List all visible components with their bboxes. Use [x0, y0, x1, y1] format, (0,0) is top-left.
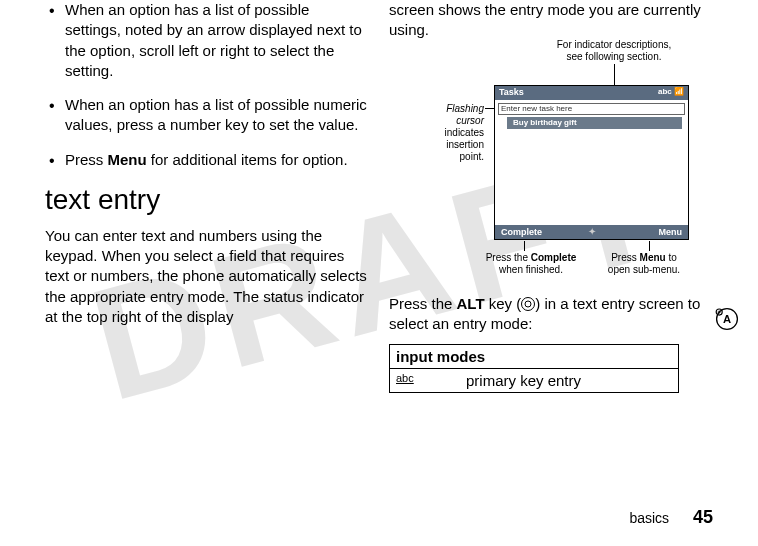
callout-line: indicates [445, 127, 484, 138]
entry-placeholder: Enter new task here [501, 104, 572, 113]
screen-title: Tasks [499, 87, 524, 97]
bullet-text: When an option has a list of possible se… [65, 1, 362, 79]
page-number: 45 [693, 507, 713, 527]
bullet-item: Press Menu for additional items for opti… [45, 150, 369, 170]
callout-line: Flashing [446, 103, 484, 114]
menu-label-bold: Menu [108, 151, 147, 168]
page-footer: basics 45 [629, 507, 713, 528]
callout-line: open sub-menu. [608, 264, 680, 275]
page-content: When an option has a list of possible se… [0, 0, 758, 393]
screen-titlebar: Tasks abc 📶 [495, 86, 688, 100]
callout-line: when finished. [499, 264, 563, 275]
text-segment: key ( [485, 295, 522, 312]
softkey-separator: ✦ [587, 225, 597, 239]
bullet-list: When an option has a list of possible se… [45, 0, 369, 170]
callout-line-connector [524, 241, 525, 251]
body-paragraph: You can enter text and numbers using the… [45, 226, 369, 327]
phone-figure: For indicator descriptions, see followin… [389, 55, 699, 280]
screen-text-entry: Enter new task here [498, 103, 685, 115]
callout-line: Press the [486, 252, 531, 263]
phone-screen: Tasks abc 📶 Enter new task here Buy birt… [494, 85, 689, 240]
softkey-right: Menu [597, 225, 689, 239]
task-label: Buy birthday gift [513, 118, 577, 127]
screen-task-row: Buy birthday gift [507, 117, 682, 129]
bullet-text: for additional items for option. [147, 151, 348, 168]
left-column: When an option has a list of possible se… [45, 0, 369, 393]
screen-softkeys: Complete ✦ Menu [495, 225, 688, 239]
bullet-item: When an option has a list of possible nu… [45, 95, 369, 136]
bullet-item: When an option has a list of possible se… [45, 0, 369, 81]
callout-line: insertion [446, 139, 484, 150]
callout-line: to [666, 252, 677, 263]
text-segment: Press the [389, 295, 457, 312]
bullet-text: When an option has a list of possible nu… [65, 96, 367, 133]
table-cell-mode: abc [396, 372, 466, 389]
input-modes-table: input modes abc primary key entry [389, 344, 679, 393]
table-cell-desc: primary key entry [466, 372, 672, 389]
bullet-text: Press [65, 151, 108, 168]
table-row: abc primary key entry [390, 369, 678, 392]
callout-bold: Menu [640, 252, 666, 263]
callout-indicator: For indicator descriptions, see followin… [519, 39, 709, 63]
body-paragraph-cont: screen shows the entry mode you are curr… [389, 0, 713, 41]
callout-line: point. [460, 151, 484, 162]
callout-complete: Press the Complete when finished. [481, 252, 581, 276]
footer-section: basics [629, 510, 669, 526]
callout-line: cursor [456, 115, 484, 126]
callout-cursor: Flashing cursor indicates insertion poin… [389, 103, 484, 163]
callout-bold: Complete [531, 252, 577, 263]
callout-line: For indicator descriptions, [557, 39, 672, 50]
softkey-left: Complete [495, 225, 587, 239]
screen-indicator: abc 📶 [658, 87, 684, 96]
alt-label-bold: ALT [457, 295, 485, 312]
right-column: screen shows the entry mode you are curr… [389, 0, 713, 393]
callout-line-connector [649, 241, 650, 251]
callout-line: see following section. [566, 51, 661, 62]
table-header: input modes [390, 345, 678, 369]
section-heading: text entry [45, 184, 369, 216]
alt-key-icon [521, 297, 535, 311]
callout-line: Press [611, 252, 639, 263]
alt-key-paragraph: Press the ALT key () in a text entry scr… [389, 294, 713, 335]
callout-menu: Press Menu to open sub-menu. [594, 252, 694, 276]
